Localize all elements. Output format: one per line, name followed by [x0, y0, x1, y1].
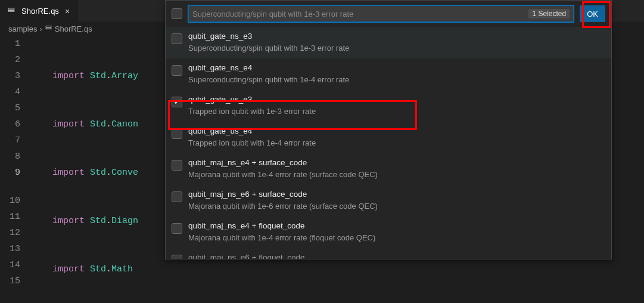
item-checkbox[interactable] [172, 223, 182, 234]
item-title: qubit_maj_ns_e6 + floquet_code [188, 252, 305, 259]
item-checkbox[interactable]: ✓ [172, 97, 182, 107]
item-title: qubit_maj_ns_e4 + surface_code [188, 157, 378, 169]
quickpick-item[interactable]: qubit_maj_ns_e6 + surface_codeMajorana q… [166, 185, 611, 217]
quickpick-list[interactable]: qubit_gate_ns_e3Superconducting/spin qub… [166, 27, 611, 259]
ok-button[interactable]: OK [580, 5, 605, 22]
item-title: qubit_gate_us_e3 [188, 94, 316, 106]
tab-filename: ShorRE.qs [21, 7, 59, 16]
item-text: qubit_gate_ns_e4Superconducting/spin qub… [188, 62, 349, 85]
item-desc: Superconducting/spin qubit with 1e-3 err… [188, 42, 349, 54]
quickpick-input-wrap[interactable]: 1 Selected [188, 5, 574, 22]
select-all-checkbox[interactable] [172, 8, 182, 19]
quickpick-item[interactable]: qubit_maj_ns_e4 + surface_codeMajorana q… [166, 153, 611, 185]
line-gutter: 1 2 3 4 5 6 7 8 9 10 11 12 13 14 15 [0, 36, 31, 303]
quickpick-dropdown: 1 Selected OK qubit_gate_ns_e3Supercondu… [165, 0, 612, 259]
item-title: qubit_gate_ns_e4 [188, 62, 349, 74]
quickpick-item[interactable]: ✓qubit_gate_us_e3Trapped ion qubit with … [166, 90, 611, 122]
item-checkbox[interactable] [172, 255, 182, 259]
item-text: qubit_maj_ns_e6 + floquet_code [188, 252, 305, 259]
qs-file-icon [45, 24, 52, 33]
item-text: qubit_gate_us_e3Trapped ion qubit with 1… [188, 94, 316, 117]
quickpick-input[interactable] [192, 10, 524, 18]
selected-count-badge: 1 Selected [528, 9, 570, 18]
svg-rect-3 [46, 28, 51, 29]
quickpick-item[interactable]: qubit_maj_ns_e6 + floquet_code [166, 248, 611, 259]
item-checkbox[interactable] [172, 160, 182, 171]
item-text: qubit_maj_ns_e6 + surface_codeMajorana q… [188, 188, 378, 212]
quickpick-item[interactable]: qubit_gate_us_e4Trapped ion qubit with 1… [166, 122, 611, 153]
svg-rect-2 [46, 26, 51, 27]
item-title: qubit_gate_ns_e3 [188, 30, 349, 42]
quickpick-item[interactable]: qubit_gate_ns_e4Superconducting/spin qub… [166, 58, 611, 90]
item-title: qubit_maj_ns_e4 + floquet_code [188, 220, 375, 232]
item-desc: Majorana qubit with 1e-6 error rate (sur… [188, 200, 378, 212]
item-checkbox[interactable] [172, 33, 182, 44]
item-title: qubit_gate_us_e4 [188, 125, 316, 137]
svg-rect-1 [8, 10, 14, 11]
item-text: qubit_maj_ns_e4 + surface_codeMajorana q… [188, 157, 378, 180]
breadcrumb-seg-file[interactable]: ShorRE.qs [55, 24, 92, 33]
item-checkbox[interactable] [172, 65, 182, 76]
item-desc: Superconducting/spin qubit with 1e-4 err… [188, 74, 349, 85]
quickpick-item[interactable]: qubit_maj_ns_e4 + floquet_codeMajorana q… [166, 217, 611, 248]
item-desc: Trapped ion qubit with 1e-4 error rate [188, 137, 316, 149]
quickpick-header: 1 Selected OK [166, 1, 611, 27]
item-text: qubit_gate_us_e4Trapped ion qubit with 1… [188, 125, 316, 149]
tab-shorre[interactable]: ShorRE.qs × [0, 0, 78, 21]
chevron-right-icon: › [39, 24, 42, 33]
item-desc: Majorana qubit with 1e-4 error rate (flo… [188, 232, 375, 243]
item-text: qubit_gate_ns_e3Superconducting/spin qub… [188, 30, 349, 54]
breadcrumb-seg-samples[interactable]: samples [8, 24, 37, 33]
quickpick-item[interactable]: qubit_gate_ns_e3Superconducting/spin qub… [166, 27, 611, 58]
close-icon[interactable]: × [64, 6, 71, 17]
item-title: qubit_maj_ns_e6 + surface_code [188, 188, 378, 200]
item-desc: Trapped ion qubit with 1e-3 error rate [188, 106, 316, 117]
item-desc: Majorana qubit with 1e-4 error rate (sur… [188, 169, 378, 180]
qs-file-icon [7, 6, 15, 16]
svg-rect-0 [8, 8, 14, 10]
item-checkbox[interactable] [172, 128, 182, 139]
item-checkbox[interactable] [172, 191, 182, 202]
item-text: qubit_maj_ns_e4 + floquet_codeMajorana q… [188, 220, 375, 243]
